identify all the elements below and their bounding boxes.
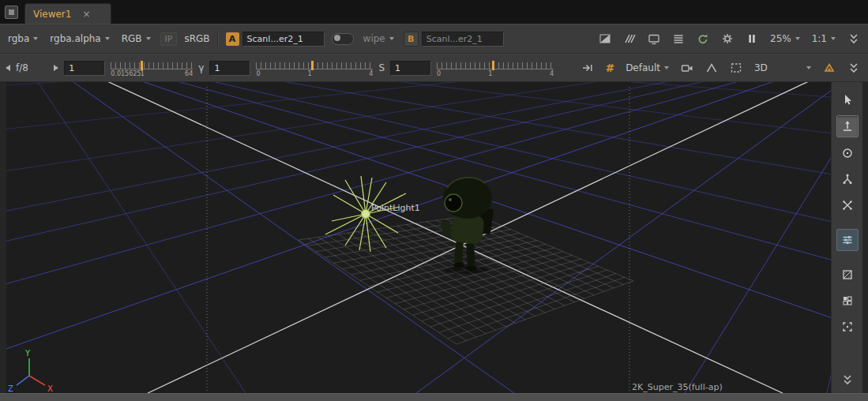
selection-marquee-icon[interactable]	[727, 59, 745, 77]
display-mode-dropdown[interactable]: RGB	[119, 32, 153, 46]
3d-side-toolbar	[831, 82, 862, 393]
viewer-toolbar-top: rgba rgba.alpha RGB IP sRGB A Scanl...er…	[0, 24, 868, 54]
proxy-dropdown[interactable]: 1:1	[810, 32, 838, 46]
3d-viewport[interactable]: PointLight1	[6, 82, 831, 393]
layout-grid-icon[interactable]	[837, 290, 858, 311]
panel-menu-icon[interactable]	[5, 6, 18, 19]
character-shadow	[444, 266, 488, 274]
slider-tick-label: 64	[185, 70, 193, 77]
slider-tick-label: 0	[256, 70, 260, 77]
chevron-down-icon	[105, 37, 110, 40]
character-model[interactable]	[441, 178, 494, 274]
slider-track	[437, 62, 554, 69]
checker-icon[interactable]	[596, 30, 614, 47]
slider-tick-label: 4	[369, 70, 373, 77]
saturation-slider[interactable]: 0 1 4	[437, 59, 554, 80]
left-frame	[0, 82, 6, 393]
viewer-main-area: PointLight1	[0, 82, 868, 393]
collapse-side-toolbar-icon[interactable]	[837, 369, 858, 390]
axis-x-label: X	[47, 384, 53, 393]
grid-toggle-icon[interactable]: #	[603, 62, 616, 74]
toolbar-top-right-group: 25% 1:1	[596, 30, 862, 47]
wave-icon[interactable]	[703, 59, 720, 77]
wipe-toggle-knob-icon	[334, 35, 340, 41]
viewer-process-button[interactable]: sRGB	[184, 33, 209, 44]
wipe-label: wipe	[363, 33, 385, 44]
channels-label: rgba	[8, 33, 29, 44]
translate-tool-icon[interactable]	[836, 115, 859, 137]
slider-track	[111, 62, 193, 69]
display-mode-label: RGB	[122, 33, 142, 44]
gamma-slider[interactable]: 0 1 4	[256, 59, 373, 80]
tab-close-icon[interactable]: ×	[82, 9, 90, 20]
slider-tick-label: 1	[141, 70, 145, 77]
camera-icon[interactable]	[678, 59, 696, 77]
scanlines-icon[interactable]	[670, 30, 687, 47]
chevron-down-icon	[146, 37, 151, 40]
tab-strip: Viewer1 ×	[0, 0, 868, 24]
gamma-input[interactable]: 1	[209, 61, 250, 76]
rotate-tool-icon[interactable]	[837, 143, 858, 163]
input-process-button[interactable]: IP	[160, 32, 178, 46]
tab-viewer1[interactable]: Viewer1 ×	[24, 3, 111, 24]
gain-input[interactable]: 1	[64, 61, 105, 76]
alpha-channel-dropdown[interactable]: rgba.alpha	[47, 32, 111, 46]
jump-input-icon[interactable]	[579, 59, 596, 77]
chevron-down-icon	[664, 66, 669, 69]
fstop-label[interactable]: f/8	[16, 62, 28, 73]
alpha-channel-label: rgba.alpha	[50, 33, 100, 44]
proxy-label: 1:1	[812, 33, 827, 44]
wipe-toggle[interactable]	[332, 33, 354, 45]
right-frame	[862, 82, 868, 393]
input-b-group: B Scanl...er2_1	[404, 32, 504, 47]
chevron-down-icon	[389, 37, 394, 40]
slider-marker[interactable]	[492, 61, 494, 70]
perspective-grid	[6, 82, 831, 393]
slider-tick-label: 1	[308, 70, 312, 77]
chevron-down-icon	[33, 37, 38, 40]
adjust-lights-icon[interactable]	[836, 229, 859, 251]
slider-tick-label: 0.015625	[111, 70, 141, 77]
shading-mode-icon[interactable]	[837, 264, 858, 285]
view-select-dropdown[interactable]: 3D	[752, 61, 814, 75]
monitor-icon[interactable]	[645, 30, 663, 47]
default-mode-label: Default	[626, 62, 660, 73]
scale-tool-icon[interactable]	[837, 169, 858, 189]
toolbar-separator	[217, 32, 219, 46]
next-fstop-icon[interactable]	[54, 65, 58, 71]
slider-tick-label: 0	[437, 70, 441, 77]
wipe-dropdown[interactable]: wipe	[361, 32, 396, 46]
input-a-badge[interactable]: A	[226, 32, 239, 46]
gain-slider[interactable]: 0.015625 1 64	[111, 59, 193, 80]
toolbar-controls-right-group: # Default 3D	[579, 59, 862, 77]
slider-marker[interactable]	[311, 61, 314, 70]
collapse-controls-icon[interactable]	[845, 59, 862, 77]
gear-icon[interactable]	[719, 30, 736, 47]
gamma-label: γ	[198, 62, 204, 73]
chevron-down-icon	[831, 37, 836, 40]
select-tool-icon[interactable]	[837, 89, 858, 110]
view-select-label: 3D	[754, 62, 768, 73]
skew-tool-icon[interactable]	[837, 195, 858, 215]
default-mode-dropdown[interactable]: Default	[623, 61, 671, 75]
input-b-badge[interactable]: B	[404, 32, 419, 47]
collapse-toolbar-icon[interactable]	[845, 30, 862, 47]
stripes-icon[interactable]	[621, 30, 638, 47]
zoom-dropdown[interactable]: 25%	[768, 32, 802, 46]
channels-dropdown[interactable]: rgba	[6, 32, 40, 46]
slider-marker[interactable]	[141, 61, 143, 70]
input-a-field[interactable]: Scanl...er2_1	[242, 32, 325, 47]
saturation-input[interactable]: 1	[390, 61, 431, 76]
prev-fstop-icon[interactable]	[6, 65, 10, 71]
refresh-icon[interactable]	[694, 30, 712, 47]
viewer-toolbar-controls: f/8 1 0.015625 1 64 γ 1 0 1 4 S 1 0 1 4	[0, 54, 868, 82]
frame-selection-icon[interactable]	[837, 317, 858, 337]
slider-tick-label: 4	[550, 70, 554, 77]
pause-icon[interactable]	[743, 30, 761, 47]
input-a-group: A Scanl...er2_1	[226, 32, 325, 47]
color-swap-icon[interactable]	[821, 59, 838, 77]
tab-label: Viewer1	[33, 9, 71, 20]
point-light-label: PointLight1	[371, 203, 420, 213]
input-b-field[interactable]: Scanl...er2_1	[422, 32, 504, 47]
slider-tick-label: 1	[488, 70, 492, 77]
